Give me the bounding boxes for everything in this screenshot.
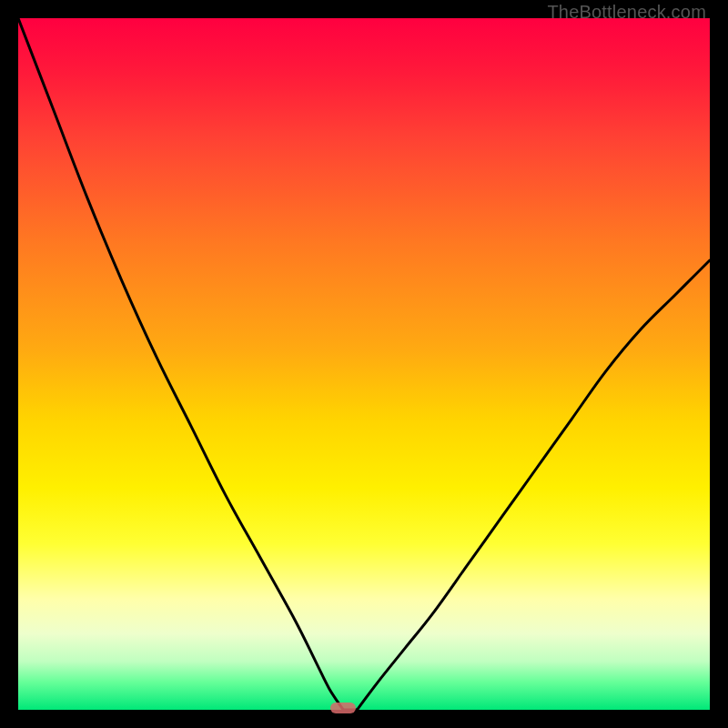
chart-frame: TheBottleneck.com bbox=[0, 0, 728, 728]
curve-right-branch bbox=[357, 260, 710, 710]
curve-left-branch bbox=[18, 18, 343, 710]
bottleneck-curve bbox=[18, 18, 710, 710]
plot-area bbox=[18, 18, 710, 710]
optimal-marker bbox=[330, 703, 356, 713]
